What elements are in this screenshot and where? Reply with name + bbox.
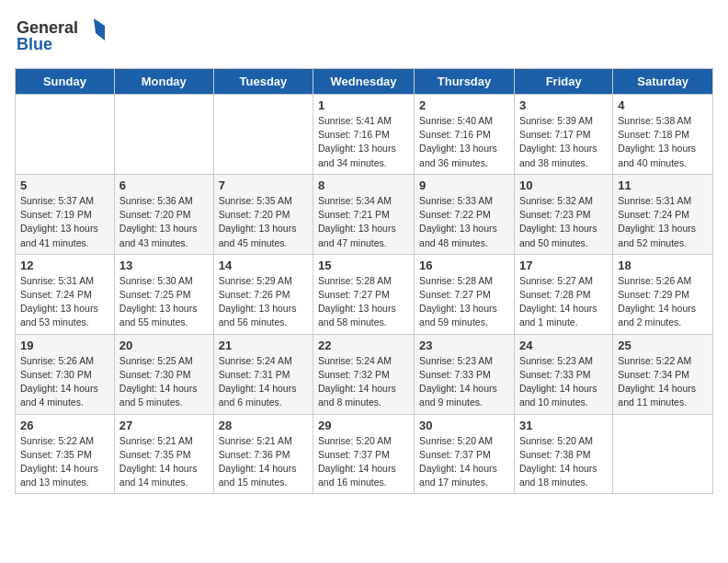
calendar-cell: 26Sunrise: 5:22 AMSunset: 7:35 PMDayligh… xyxy=(16,414,115,494)
weekday-header-thursday: Thursday xyxy=(415,69,515,95)
day-number: 30 xyxy=(419,419,509,432)
weekday-header-sunday: Sunday xyxy=(16,69,115,95)
calendar-week-row: 26Sunrise: 5:22 AMSunset: 7:35 PMDayligh… xyxy=(16,414,713,494)
day-info: Sunrise: 5:26 AMSunset: 7:29 PMDaylight:… xyxy=(618,274,708,330)
day-info: Sunrise: 5:21 AMSunset: 7:35 PMDaylight:… xyxy=(119,434,209,490)
calendar-cell xyxy=(16,95,115,175)
svg-text:Blue: Blue xyxy=(17,35,52,53)
day-info: Sunrise: 5:32 AMSunset: 7:23 PMDaylight:… xyxy=(519,194,608,250)
day-info: Sunrise: 5:27 AMSunset: 7:28 PMDaylight:… xyxy=(519,274,608,330)
calendar-cell: 3Sunrise: 5:39 AMSunset: 7:17 PMDaylight… xyxy=(514,95,612,175)
day-info: Sunrise: 5:34 AMSunset: 7:21 PMDaylight:… xyxy=(318,194,409,250)
calendar-cell: 28Sunrise: 5:21 AMSunset: 7:36 PMDayligh… xyxy=(213,414,313,494)
calendar-cell: 23Sunrise: 5:23 AMSunset: 7:33 PMDayligh… xyxy=(415,334,515,414)
calendar-cell: 18Sunrise: 5:26 AMSunset: 7:29 PMDayligh… xyxy=(613,254,713,334)
weekday-header-monday: Monday xyxy=(114,69,213,95)
day-info: Sunrise: 5:40 AMSunset: 7:16 PMDaylight:… xyxy=(419,114,509,170)
day-info: Sunrise: 5:38 AMSunset: 7:18 PMDaylight:… xyxy=(618,114,708,170)
calendar-cell: 4Sunrise: 5:38 AMSunset: 7:18 PMDaylight… xyxy=(613,95,713,175)
svg-text:General: General xyxy=(17,18,78,37)
logo: General Blue xyxy=(15,15,107,55)
calendar-week-row: 12Sunrise: 5:31 AMSunset: 7:24 PMDayligh… xyxy=(16,254,713,334)
weekday-header-saturday: Saturday xyxy=(613,69,713,95)
day-info: Sunrise: 5:23 AMSunset: 7:33 PMDaylight:… xyxy=(419,354,509,410)
calendar-cell: 9Sunrise: 5:33 AMSunset: 7:22 PMDaylight… xyxy=(415,174,515,254)
day-info: Sunrise: 5:25 AMSunset: 7:30 PMDaylight:… xyxy=(119,354,209,410)
day-number: 5 xyxy=(20,178,109,192)
day-info: Sunrise: 5:36 AMSunset: 7:20 PMDaylight:… xyxy=(119,194,209,250)
calendar-cell: 15Sunrise: 5:28 AMSunset: 7:27 PMDayligh… xyxy=(313,254,415,334)
day-number: 28 xyxy=(219,419,308,432)
day-info: Sunrise: 5:33 AMSunset: 7:22 PMDaylight:… xyxy=(419,194,509,250)
calendar-cell xyxy=(613,414,713,494)
day-number: 11 xyxy=(618,178,708,192)
day-number: 15 xyxy=(318,259,409,272)
day-number: 1 xyxy=(318,98,409,112)
day-info: Sunrise: 5:41 AMSunset: 7:16 PMDaylight:… xyxy=(318,114,409,170)
day-info: Sunrise: 5:24 AMSunset: 7:32 PMDaylight:… xyxy=(318,354,409,410)
calendar-week-row: 1Sunrise: 5:41 AMSunset: 7:16 PMDaylight… xyxy=(16,95,713,175)
day-number: 31 xyxy=(519,419,608,432)
weekday-header-friday: Friday xyxy=(514,69,612,95)
day-info: Sunrise: 5:22 AMSunset: 7:35 PMDaylight:… xyxy=(20,434,109,490)
day-number: 10 xyxy=(519,178,608,192)
calendar-cell: 27Sunrise: 5:21 AMSunset: 7:35 PMDayligh… xyxy=(114,414,213,494)
day-number: 24 xyxy=(519,339,608,352)
day-number: 19 xyxy=(20,339,109,352)
day-info: Sunrise: 5:24 AMSunset: 7:31 PMDaylight:… xyxy=(219,354,308,410)
day-number: 16 xyxy=(419,259,509,272)
day-info: Sunrise: 5:20 AMSunset: 7:37 PMDaylight:… xyxy=(318,434,409,490)
calendar-table: SundayMondayTuesdayWednesdayThursdayFrid… xyxy=(15,68,713,494)
day-info: Sunrise: 5:28 AMSunset: 7:27 PMDaylight:… xyxy=(318,274,409,330)
day-info: Sunrise: 5:37 AMSunset: 7:19 PMDaylight:… xyxy=(20,194,109,250)
day-number: 9 xyxy=(419,178,509,192)
day-number: 21 xyxy=(219,339,308,352)
day-info: Sunrise: 5:31 AMSunset: 7:24 PMDaylight:… xyxy=(20,274,109,330)
weekday-header-wednesday: Wednesday xyxy=(313,69,415,95)
weekday-header-row: SundayMondayTuesdayWednesdayThursdayFrid… xyxy=(16,69,713,95)
calendar-cell: 10Sunrise: 5:32 AMSunset: 7:23 PMDayligh… xyxy=(514,174,612,254)
logo-svg: General Blue xyxy=(15,15,107,55)
calendar-cell: 8Sunrise: 5:34 AMSunset: 7:21 PMDaylight… xyxy=(313,174,415,254)
calendar-cell: 2Sunrise: 5:40 AMSunset: 7:16 PMDaylight… xyxy=(415,95,515,175)
day-number: 8 xyxy=(318,178,409,192)
day-number: 13 xyxy=(119,259,209,272)
day-number: 29 xyxy=(318,419,409,432)
calendar-cell: 29Sunrise: 5:20 AMSunset: 7:37 PMDayligh… xyxy=(313,414,415,494)
calendar-cell: 7Sunrise: 5:35 AMSunset: 7:20 PMDaylight… xyxy=(213,174,313,254)
day-number: 27 xyxy=(119,419,209,432)
day-number: 12 xyxy=(20,259,109,272)
day-info: Sunrise: 5:21 AMSunset: 7:36 PMDaylight:… xyxy=(219,434,308,490)
calendar-cell: 17Sunrise: 5:27 AMSunset: 7:28 PMDayligh… xyxy=(514,254,612,334)
day-number: 3 xyxy=(519,98,608,112)
calendar-cell: 6Sunrise: 5:36 AMSunset: 7:20 PMDaylight… xyxy=(114,174,213,254)
calendar-cell: 31Sunrise: 5:20 AMSunset: 7:38 PMDayligh… xyxy=(514,414,612,494)
day-number: 7 xyxy=(219,178,308,192)
day-number: 20 xyxy=(119,339,209,352)
day-info: Sunrise: 5:22 AMSunset: 7:34 PMDaylight:… xyxy=(618,354,708,410)
day-number: 26 xyxy=(20,419,109,432)
calendar-cell: 16Sunrise: 5:28 AMSunset: 7:27 PMDayligh… xyxy=(415,254,515,334)
calendar-cell: 13Sunrise: 5:30 AMSunset: 7:25 PMDayligh… xyxy=(114,254,213,334)
day-info: Sunrise: 5:28 AMSunset: 7:27 PMDaylight:… xyxy=(419,274,509,330)
day-number: 14 xyxy=(219,259,308,272)
calendar-cell: 30Sunrise: 5:20 AMSunset: 7:37 PMDayligh… xyxy=(415,414,515,494)
weekday-header-tuesday: Tuesday xyxy=(213,69,313,95)
day-number: 4 xyxy=(618,98,708,112)
calendar-cell: 21Sunrise: 5:24 AMSunset: 7:31 PMDayligh… xyxy=(213,334,313,414)
calendar-cell: 22Sunrise: 5:24 AMSunset: 7:32 PMDayligh… xyxy=(313,334,415,414)
day-number: 2 xyxy=(419,98,509,112)
day-info: Sunrise: 5:35 AMSunset: 7:20 PMDaylight:… xyxy=(219,194,308,250)
day-number: 18 xyxy=(618,259,708,272)
calendar-cell: 14Sunrise: 5:29 AMSunset: 7:26 PMDayligh… xyxy=(213,254,313,334)
day-number: 6 xyxy=(119,178,209,192)
day-info: Sunrise: 5:31 AMSunset: 7:24 PMDaylight:… xyxy=(618,194,708,250)
page-header: General Blue xyxy=(15,15,713,55)
calendar-cell: 11Sunrise: 5:31 AMSunset: 7:24 PMDayligh… xyxy=(613,174,713,254)
svg-marker-2 xyxy=(94,18,105,40)
day-info: Sunrise: 5:20 AMSunset: 7:37 PMDaylight:… xyxy=(419,434,509,490)
calendar-cell xyxy=(213,95,313,175)
calendar-week-row: 5Sunrise: 5:37 AMSunset: 7:19 PMDaylight… xyxy=(16,174,713,254)
calendar-cell: 24Sunrise: 5:23 AMSunset: 7:33 PMDayligh… xyxy=(514,334,612,414)
calendar-week-row: 19Sunrise: 5:26 AMSunset: 7:30 PMDayligh… xyxy=(16,334,713,414)
